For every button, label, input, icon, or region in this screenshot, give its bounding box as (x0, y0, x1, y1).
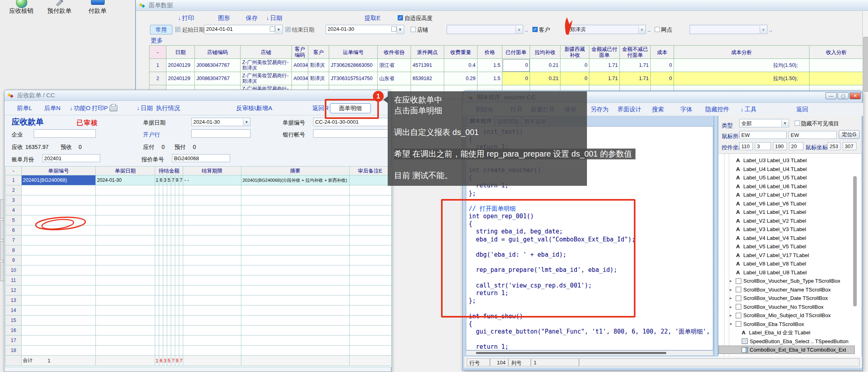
tree-item[interactable]: ▸ScrollBox_Voucher_Name TScrollBox (718, 286, 855, 294)
amount-digit-cell[interactable] (163, 215, 167, 225)
cell[interactable]: A0034 (292, 72, 308, 85)
minimize-button[interactable]: — (826, 92, 837, 99)
cell[interactable]: 浙江省 (378, 59, 411, 72)
cell[interactable] (183, 235, 241, 245)
amount-digit-cell[interactable]: 9 (175, 175, 179, 185)
cell[interactable]: 1.5 (478, 59, 502, 72)
cell[interactable] (96, 195, 155, 205)
column-header[interactable]: 金额减已付面单 (589, 46, 620, 59)
amount-digit-cell[interactable] (171, 275, 175, 286)
column-header[interactable]: 派件网点 (411, 46, 444, 59)
menu-save[interactable]: 保存 (246, 14, 258, 22)
row-number-cell[interactable]: 5 (6, 215, 22, 225)
cell[interactable] (241, 245, 350, 255)
cell[interactable] (241, 255, 350, 265)
chevron-down-icon[interactable]: ∨ (516, 26, 522, 33)
tree-item[interactable]: ALabel_V2 Label_V2 TLabel (718, 217, 855, 225)
cell[interactable] (96, 336, 155, 346)
cell[interactable] (241, 205, 350, 215)
amount-digit-cell[interactable] (159, 245, 163, 255)
cell[interactable] (183, 306, 241, 316)
amount-digit-cell[interactable] (167, 265, 171, 275)
row-number-cell[interactable]: 18 (6, 346, 22, 356)
amount-digit-cell[interactable] (163, 235, 167, 245)
row-number-cell[interactable]: 11 (6, 275, 22, 286)
cell[interactable] (22, 185, 96, 195)
cell[interactable]: 20240129 (166, 59, 195, 72)
cell[interactable] (96, 286, 155, 296)
cell[interactable] (350, 235, 392, 245)
cell[interactable] (183, 336, 241, 346)
column-header[interactable]: 结算期限 (183, 167, 241, 175)
amount-digit-cell[interactable] (171, 185, 175, 195)
column-header[interactable]: 店铺 (241, 46, 292, 59)
amount-digit-cell[interactable] (155, 326, 159, 336)
cell[interactable] (241, 296, 350, 306)
row-number-cell[interactable] (6, 356, 22, 366)
table-row[interactable]: 12 (6, 286, 392, 296)
column-header[interactable]: 待结金额 (155, 167, 183, 175)
amount-digit-cell[interactable] (155, 255, 159, 265)
amount-digit-cell[interactable] (163, 255, 167, 265)
more-link[interactable]: 更多 (151, 37, 163, 44)
cell[interactable] (350, 215, 392, 225)
amount-digit-cell[interactable] (179, 286, 183, 296)
amount-digit-cell[interactable] (155, 245, 159, 255)
tree-item[interactable]: ALabel_V4 Label_V4 TLabel (718, 234, 855, 242)
cell[interactable] (96, 265, 155, 275)
cell[interactable] (22, 235, 96, 245)
menu-item[interactable]: 新增A (256, 105, 272, 112)
cell[interactable] (183, 245, 241, 255)
chevron-collapsed-icon[interactable]: ▸ (730, 304, 734, 310)
table-row[interactable]: 7 (6, 235, 392, 245)
row-number-cell[interactable]: 1 (6, 175, 22, 185)
cell[interactable]: Z-广州美妆贸易商行-郑泽滨 (241, 59, 292, 72)
amount-digit-cell[interactable]: 3 (163, 175, 167, 185)
control-coord-w[interactable]: 190 (773, 142, 787, 150)
amount-digit-cell[interactable] (167, 306, 171, 316)
amount-digit-cell[interactable] (163, 346, 167, 356)
amount-digit-cell[interactable] (159, 235, 163, 245)
column-header[interactable]: 新疆西藏补收 (560, 46, 589, 59)
cell[interactable] (183, 316, 241, 326)
amount-digit-cell[interactable] (179, 235, 183, 245)
cell[interactable]: 0 (651, 59, 674, 72)
chevron-collapsed-icon[interactable]: ▸ (730, 313, 734, 318)
tree-item[interactable]: ALabel_V7 Label_V17 TLabel (718, 251, 855, 259)
amount-digit-cell[interactable] (179, 205, 183, 215)
tree-item[interactable]: ALabel_V1 Label_V1 TLabel (718, 208, 855, 216)
tab-common[interactable]: 常用 (150, 25, 172, 34)
cell[interactable] (241, 346, 350, 356)
cell[interactable] (183, 225, 241, 235)
chevron-collapsed-icon[interactable]: ▸ (730, 278, 734, 284)
chevron-collapsed-icon[interactable]: ▸ (730, 296, 734, 301)
cell[interactable] (241, 336, 350, 346)
control-coord-h[interactable]: 20 (789, 142, 803, 150)
cell[interactable] (96, 215, 155, 225)
tree-item[interactable]: ALabel_U7 Label_U7 TLabel (718, 191, 855, 199)
tree-item[interactable]: ALabel_V6 Label_V6 TLabel (718, 199, 855, 208)
cell[interactable] (241, 316, 350, 326)
cell[interactable]: 郑泽滨 (308, 72, 329, 85)
ellipsis-button[interactable]: .. (769, 26, 772, 33)
amount-digit-cell[interactable] (179, 306, 183, 316)
amount-digit-cell[interactable] (155, 265, 159, 275)
amount-digit-cell[interactable] (155, 205, 159, 215)
cell[interactable]: JT3063157514750 (329, 72, 378, 85)
table-row[interactable]: 15 (6, 316, 392, 326)
cell[interactable]: Z-广州美妆贸易商行-郑泽滨 (241, 72, 292, 85)
cell[interactable] (22, 306, 96, 316)
column-header[interactable]: - (150, 46, 166, 59)
cell[interactable]: 0 (560, 72, 589, 85)
cell[interactable]: 0.21 (530, 72, 560, 85)
printer-icon[interactable] (109, 105, 117, 111)
tree-item[interactable]: ▸ScrollBox_Voucher_Date TScrollBox (718, 294, 855, 302)
cell[interactable] (183, 326, 241, 336)
tree-item[interactable]: ALabel_Eba_Id 企业 TLabel (718, 328, 855, 337)
cell[interactable] (183, 356, 241, 366)
cell[interactable]: 1.71 (620, 72, 651, 85)
row-number-cell[interactable]: 13 (6, 296, 22, 306)
amount-digit-cell[interactable] (175, 275, 179, 286)
cell[interactable] (22, 195, 96, 205)
amount-digit-cell[interactable] (167, 316, 171, 326)
